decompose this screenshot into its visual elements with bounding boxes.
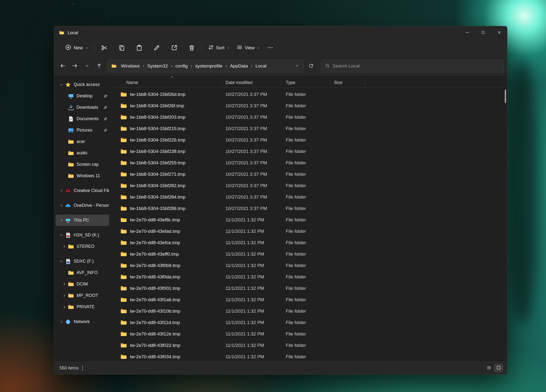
column-header-size[interactable]: Size xyxy=(334,80,342,85)
column-separator[interactable] xyxy=(330,79,330,85)
copy-button[interactable] xyxy=(115,42,129,54)
file-row[interactable]: tw-2e70-dd8-43f10b.tmp11/1/2021 1:32 PMF… xyxy=(111,305,504,317)
sidebar-item-network[interactable]: Network xyxy=(56,316,109,327)
titlebar[interactable]: Local xyxy=(54,26,507,39)
sidebar-item-downloads[interactable]: Downloads xyxy=(56,102,109,113)
sort-button[interactable]: Sort xyxy=(205,42,233,54)
file-row[interactable]: tw-1bb8-5304-15bf286.tmp10/27/2021 3:37 … xyxy=(111,203,504,214)
scrollbar-thumb[interactable] xyxy=(505,90,506,103)
sidebar-item-private[interactable]: PRIVATE xyxy=(56,301,109,313)
column-header-type[interactable]: Type xyxy=(286,80,295,85)
file-row[interactable]: tw-2e70-dd8-43f11d.tmp11/1/2021 1:32 PMF… xyxy=(111,317,504,328)
file-row[interactable]: tw-2e70-dd8-43f0b9.tmp11/1/2021 1:32 PMF… xyxy=(111,260,504,271)
sidebar-item-screen-cap[interactable]: Screen cap xyxy=(56,159,109,170)
breadcrumb-separator[interactable] xyxy=(170,65,173,68)
file-row[interactable]: tw-1bb8-5304-15bf26f.tmp10/27/2021 3:37 … xyxy=(111,100,504,111)
file-row[interactable]: tw-1bb8-5304-15bf238.tmp10/27/2021 3:37 … xyxy=(111,146,504,157)
details-view-button[interactable] xyxy=(485,365,493,372)
file-row[interactable]: tw-2e70-dd8-43f001.tmp11/1/2021 1:32 PMF… xyxy=(111,283,504,294)
sidebar-item-pictures[interactable]: Pictures xyxy=(56,125,109,136)
search-box[interactable] xyxy=(321,60,504,72)
chevron-right-toggle[interactable] xyxy=(58,204,65,207)
share-button[interactable] xyxy=(167,42,181,54)
file-row[interactable]: tw-2e70-dd8-43f12e.tmp11/1/2021 1:32 PMF… xyxy=(111,328,504,340)
refresh-button[interactable] xyxy=(305,60,317,72)
sidebar-item-avf-info[interactable]: AVF_INFO xyxy=(56,267,109,278)
sidebar-item-quick-access[interactable]: Quick access xyxy=(56,79,109,90)
sidebar-item-stereo[interactable]: STEREO xyxy=(56,241,109,252)
file-row[interactable]: tw-2e70-dd8-43f022.tmp11/1/2021 1:32 PMF… xyxy=(111,340,504,351)
paste-button[interactable] xyxy=(132,42,146,54)
file-row[interactable]: tw-1bb8-5304-15bf26d.tmp10/27/2021 3:37 … xyxy=(111,89,504,100)
back-button[interactable] xyxy=(57,60,68,72)
address-bar[interactable]: WindowsSystem32configsystemprofileAppDat… xyxy=(108,60,303,72)
file-row[interactable]: tw-1bb8-5304-15bf226.tmp10/27/2021 3:37 … xyxy=(111,134,504,146)
file-row[interactable]: tw-1bb8-5304-15bf203.tmp10/27/2021 3:37 … xyxy=(111,111,504,123)
sidebar-item-creative-cloud-files[interactable]: Creative Cloud Files xyxy=(56,185,109,196)
rename-button[interactable] xyxy=(150,42,164,54)
breadcrumb-separator[interactable] xyxy=(190,65,193,68)
file-row[interactable]: tw-2e70-dd8-43efad.tmp11/1/2021 1:32 PMF… xyxy=(111,225,504,237)
chevron-right-toggle[interactable] xyxy=(61,294,68,297)
file-row[interactable]: tw-2e70-dd8-43ef8c.tmp11/1/2021 1:32 PMF… xyxy=(111,214,504,225)
column-header-name[interactable]: Name xyxy=(126,80,138,85)
search-input[interactable] xyxy=(333,63,500,69)
column-separator[interactable] xyxy=(281,79,281,85)
new-button[interactable]: New xyxy=(62,42,91,54)
sidebar-item-acer[interactable]: acer xyxy=(56,136,109,147)
chevron-right-toggle[interactable] xyxy=(61,282,68,286)
breadcrumb-segment-systemprofile[interactable]: systemprofile xyxy=(193,62,224,70)
file-row[interactable]: tw-1bb8-5304-15bf271.tmp10/27/2021 3:37 … xyxy=(111,168,504,180)
forward-button[interactable] xyxy=(69,60,80,72)
chevron-right-toggle[interactable] xyxy=(58,320,65,324)
breadcrumb-segment-appdata[interactable]: AppData xyxy=(228,62,250,70)
file-row[interactable]: tw-2e70-dd8-43f1a6.tmp11/1/2021 1:32 PMF… xyxy=(111,294,504,305)
close-button[interactable] xyxy=(491,26,507,39)
delete-button[interactable] xyxy=(185,42,199,54)
chevron-down-toggle[interactable] xyxy=(58,259,65,263)
sidebar-item-this-pc[interactable]: This PC xyxy=(56,215,109,226)
breadcrumb-separator[interactable] xyxy=(225,65,228,68)
file-row[interactable]: tw-2e70-dd8-43f0da.tmp11/1/2021 1:32 PMF… xyxy=(111,271,504,283)
sidebar-item-dcim[interactable]: DCIM xyxy=(56,278,109,290)
chevron-right-toggle[interactable] xyxy=(58,189,65,192)
column-separator[interactable] xyxy=(365,79,365,85)
breadcrumb-separator[interactable] xyxy=(250,65,253,68)
sidebar-item-windows-11[interactable]: Windows 11 xyxy=(56,170,109,182)
chevron-down-toggle[interactable] xyxy=(58,83,65,86)
breadcrumb-segment-system32[interactable]: System32 xyxy=(145,62,170,70)
sidebar-item-h1n-sd-k[interactable]: H1N_SD (K:) xyxy=(56,229,109,241)
sidebar-item-documents[interactable]: Documents xyxy=(56,113,109,125)
column-separator[interactable] xyxy=(222,79,222,85)
minimize-button[interactable] xyxy=(459,26,475,39)
large-icons-view-button[interactable] xyxy=(494,365,503,372)
breadcrumb-segment-config[interactable]: config xyxy=(173,62,190,70)
file-row[interactable]: tw-1bb8-5304-15bf259.tmp10/27/2021 3:37 … xyxy=(111,157,504,168)
breadcrumb-segment-local[interactable]: Local xyxy=(253,62,268,70)
file-row[interactable]: tw-1bb8-5304-15bf284.tmp10/27/2021 3:37 … xyxy=(111,191,504,203)
sidebar-item-mp-root[interactable]: MP_ROOT xyxy=(56,290,109,301)
vertical-scrollbar[interactable] xyxy=(504,77,506,361)
chevron-right-toggle[interactable] xyxy=(58,218,65,222)
column-header-date-modified[interactable]: Date modified xyxy=(225,80,252,85)
sidebar-item-audio[interactable]: audio xyxy=(56,147,109,159)
file-row[interactable]: tw-1bb8-5304-15bf282.tmp10/27/2021 3:37 … xyxy=(111,180,504,191)
view-button[interactable]: View xyxy=(233,42,263,54)
breadcrumb-separator[interactable] xyxy=(142,65,145,68)
more-options-button[interactable] xyxy=(263,42,277,54)
file-row[interactable]: tw-2e70-dd8-43f034.tmp11/1/2021 1:32 PMF… xyxy=(111,351,504,362)
sidebar-item-desktop[interactable]: Desktop xyxy=(56,90,109,102)
breadcrumb-segment-windows[interactable]: Windows xyxy=(119,62,142,70)
chevron-right-toggle[interactable] xyxy=(61,305,68,309)
address-dropdown-button[interactable] xyxy=(294,62,300,70)
sidebar-item-sdxc-f[interactable]: SDXC (F:) xyxy=(56,256,109,267)
file-row[interactable]: tw-2e70-dd8-43efce.tmp11/1/2021 1:32 PMF… xyxy=(111,237,504,248)
recent-locations-button[interactable] xyxy=(81,60,93,72)
sidebar-item-onedrive-personal[interactable]: OneDrive - Personal xyxy=(56,200,109,211)
file-row[interactable]: tw-1bb8-5304-15bf215.tmp10/27/2021 3:37 … xyxy=(111,123,504,134)
chevron-right-toggle[interactable] xyxy=(61,245,68,248)
file-row[interactable]: tw-2e70-dd8-43eff0.tmp11/1/2021 1:32 PMF… xyxy=(111,248,504,260)
maximize-button[interactable] xyxy=(475,26,491,39)
cut-button[interactable] xyxy=(97,42,111,54)
chevron-down-toggle[interactable] xyxy=(58,233,65,237)
